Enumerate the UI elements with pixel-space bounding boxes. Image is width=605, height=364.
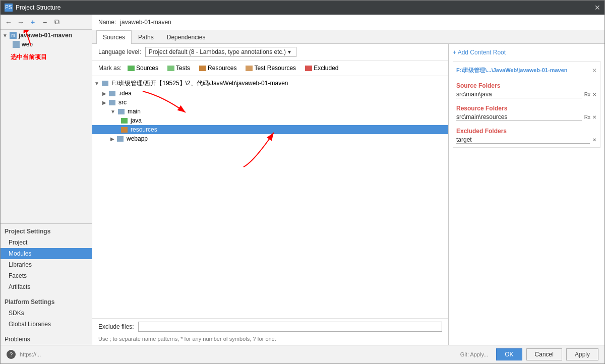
resources-folder-icon — [199, 66, 206, 71]
excluded-folder-path: target — [456, 136, 590, 144]
excluded-folder-actions: ✕ — [592, 137, 597, 143]
resource-folder-actions: Rx ✕ — [584, 114, 597, 120]
tree-item-idea[interactable]: ▶ .idea — [92, 89, 448, 98]
src-tree-name: src — [118, 99, 127, 106]
excluded-close-button[interactable]: ✕ — [592, 137, 597, 143]
content-root-close[interactable]: ✕ — [592, 67, 597, 74]
tests-btn-label: Tests — [176, 65, 190, 72]
mark-resources-button[interactable]: Resources — [196, 64, 239, 73]
source-folder-path: src\main\java — [456, 91, 582, 98]
resource-close-button[interactable]: ✕ — [592, 114, 597, 120]
status-info: Git: Apply... — [460, 351, 488, 357]
mark-sources-button[interactable]: Sources — [125, 64, 161, 73]
app-icon: PS — [5, 4, 13, 12]
tabs-row: Sources Paths Dependencies — [92, 30, 604, 44]
java-folder-icon — [121, 118, 128, 124]
resource-folders-section: Resource Folders src\main\resources Rx ✕ — [456, 102, 597, 122]
src-folder-icon — [109, 100, 115, 105]
tree-item-webapp[interactable]: ▶ webapp — [92, 134, 448, 143]
tab-sources[interactable]: Sources — [96, 30, 132, 44]
content-area: Language level: Project default (8 - Lam… — [92, 44, 604, 345]
exclude-label: Exclude files: — [98, 323, 134, 330]
webapp-folder-icon — [117, 136, 124, 142]
sidebar-item-facets[interactable]: Facets — [1, 270, 92, 281]
sources-btn-label: Sources — [136, 65, 158, 72]
help-button[interactable]: ? — [7, 350, 16, 359]
left-panel: Language level: Project default (8 - Lam… — [92, 44, 448, 345]
tab-paths[interactable]: Paths — [132, 30, 160, 44]
add-content-root-button[interactable]: + Add Content Root — [453, 48, 600, 57]
mark-excluded-button[interactable]: Excluded — [302, 64, 341, 73]
resources-folder-icon-tree — [121, 127, 128, 133]
exclude-row: Exclude files: — [92, 318, 448, 335]
source-folder-entry: src\main\java Rx ✕ — [456, 90, 597, 99]
project-settings-title: Project Settings — [1, 226, 92, 237]
tree-item-main[interactable]: ▼ main — [92, 107, 448, 116]
language-value: Project default (8 - Lambdas, type annot… — [149, 48, 286, 55]
sidebar-item-sdks[interactable]: SDKs — [1, 308, 92, 319]
sidebar-item-artifacts[interactable]: Artifacts — [1, 281, 92, 292]
tree-item-root[interactable]: ▼ F:\班级管理\西开【19525】\2、代码\JavaWeb\javaweb… — [92, 78, 448, 89]
resources-btn-label: Resources — [208, 65, 236, 72]
file-tree-area: ▼ F:\班级管理\西开【19525】\2、代码\JavaWeb\javaweb… — [92, 76, 448, 318]
main-folder-icon — [118, 109, 125, 114]
sidebar-item-project[interactable]: Project — [1, 237, 92, 248]
webapp-tree-name: webapp — [127, 135, 148, 142]
java-tree-name: java — [131, 117, 142, 124]
name-row: Name: javaweb-01-maven — [92, 15, 604, 30]
copy-button[interactable]: ⧉ — [52, 17, 62, 27]
mark-test-resources-button[interactable]: Test Resources — [243, 64, 299, 73]
child-folder-icon — [13, 41, 20, 48]
excluded-folder-icon — [305, 66, 312, 71]
sources-folder-icon — [128, 66, 135, 71]
source-folder-actions: Rx ✕ — [584, 92, 597, 97]
root-arrow: ▼ — [3, 33, 8, 38]
add-button[interactable]: + — [28, 17, 38, 27]
status-url: https://... — [20, 351, 456, 357]
apply-button[interactable]: Apply — [566, 348, 598, 360]
forward-button[interactable]: → — [16, 17, 26, 27]
resource-rx-button[interactable]: Rx — [584, 114, 591, 120]
name-label: Name: — [98, 19, 116, 26]
annotation-arrow-svg — [21, 30, 51, 48]
root-tree-name: F:\班级管理\西开【19525】\2、代码\JavaWeb\javaweb-0… — [111, 79, 288, 88]
tab-dependencies[interactable]: Dependencies — [160, 30, 212, 44]
source-close-button[interactable]: ✕ — [592, 92, 597, 97]
mark-tests-button[interactable]: Tests — [164, 64, 193, 73]
module-icon: m — [10, 32, 17, 39]
excluded-folder-entry: target ✕ — [456, 136, 597, 144]
cancel-button[interactable]: Cancel — [526, 348, 562, 360]
exclude-input[interactable] — [138, 322, 442, 332]
tests-folder-icon — [167, 66, 174, 71]
tree-item-src[interactable]: ▶ src — [92, 98, 448, 107]
back-button[interactable]: ← — [4, 17, 14, 27]
dropdown-arrow: ▾ — [288, 48, 291, 55]
root-folder-icon — [102, 81, 108, 86]
resources-tree-name: resources — [131, 126, 157, 133]
right-panel: + Add Content Root F:\班级管理\...\JavaWeb\j… — [448, 44, 604, 345]
language-dropdown[interactable]: Project default (8 - Lambdas, type annot… — [145, 47, 296, 57]
ok-button[interactable]: OK — [496, 348, 522, 360]
main-tree-name: main — [128, 108, 141, 115]
src-tree-arrow: ▶ — [102, 100, 106, 105]
annotation-text: 选中当前项目 — [11, 53, 47, 60]
idea-tree-arrow: ▶ — [102, 91, 106, 96]
excluded-folders-title: Excluded Folders — [456, 125, 597, 136]
remove-button[interactable]: − — [40, 17, 50, 27]
idea-tree-name: .idea — [118, 90, 132, 97]
language-row: Language level: Project default (8 - Lam… — [92, 44, 448, 60]
resource-folders-title: Resource Folders — [456, 102, 597, 113]
sidebar-item-libraries[interactable]: Libraries — [1, 259, 92, 270]
source-folders-title: Source Folders — [456, 79, 597, 90]
sidebar-item-global-libraries[interactable]: Global Libraries — [1, 319, 92, 330]
name-value: javaweb-01-maven — [120, 19, 171, 26]
tree-item-java[interactable]: java — [92, 116, 448, 125]
source-rx-button[interactable]: Rx — [584, 92, 591, 97]
tree-item-resources[interactable]: resources — [92, 125, 448, 134]
sidebar: ← → + − ⧉ ▼ m javaweb-01-maven web — [1, 15, 92, 345]
close-icon[interactable]: ✕ — [594, 4, 600, 12]
sidebar-item-problems[interactable]: Problems — [1, 334, 92, 345]
sidebar-item-modules[interactable]: Modules — [1, 248, 92, 259]
svg-line-0 — [26, 30, 31, 45]
language-label: Language level: — [98, 48, 141, 55]
